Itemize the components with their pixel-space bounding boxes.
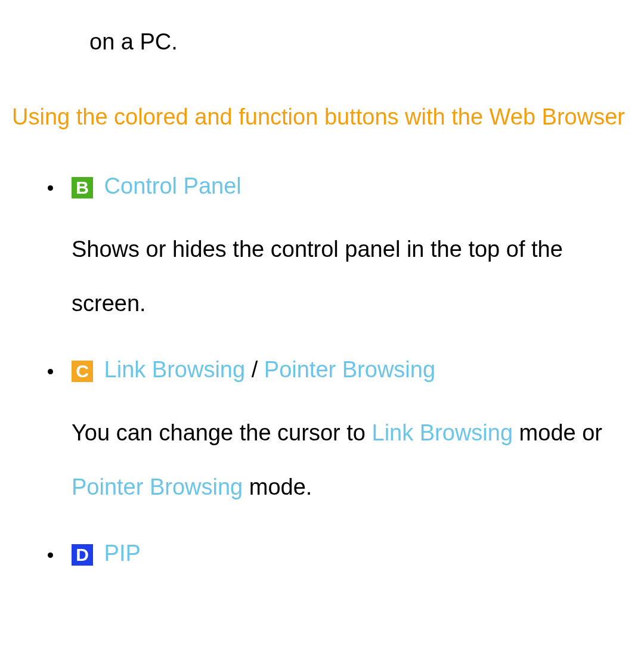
section-heading: Using the colored and function buttons w… (12, 90, 632, 144)
feature-title-link-browsing: Link Browsing (104, 357, 246, 382)
title-separator: / (245, 357, 264, 382)
feature-list: B Control Panel Shows or hides the contr… (12, 168, 632, 572)
d-button-icon: D (72, 544, 93, 566)
desc-text: You can change the cursor to (72, 420, 372, 445)
inline-term-link-browsing: Link Browsing (372, 420, 513, 445)
inline-term-pointer-browsing: Pointer Browsing (72, 474, 243, 499)
list-item: D PIP (63, 535, 632, 572)
feature-title-control-panel: Control Panel (104, 173, 242, 198)
desc-text: mode. (243, 474, 312, 499)
b-button-icon: B (72, 177, 93, 198)
feature-description: Shows or hides the control panel in the … (72, 222, 632, 331)
previous-line-fragment: on a PC. (89, 24, 632, 60)
desc-text: mode or (513, 420, 602, 445)
feature-title-pip: PIP (104, 541, 141, 566)
feature-description: You can change the cursor to Link Browsi… (72, 406, 632, 514)
feature-title-pointer-browsing: Pointer Browsing (264, 357, 435, 382)
list-item: B Control Panel Shows or hides the contr… (63, 168, 632, 331)
list-item: C Link Browsing / Pointer Browsing You c… (63, 352, 632, 514)
c-button-icon: C (72, 361, 93, 382)
